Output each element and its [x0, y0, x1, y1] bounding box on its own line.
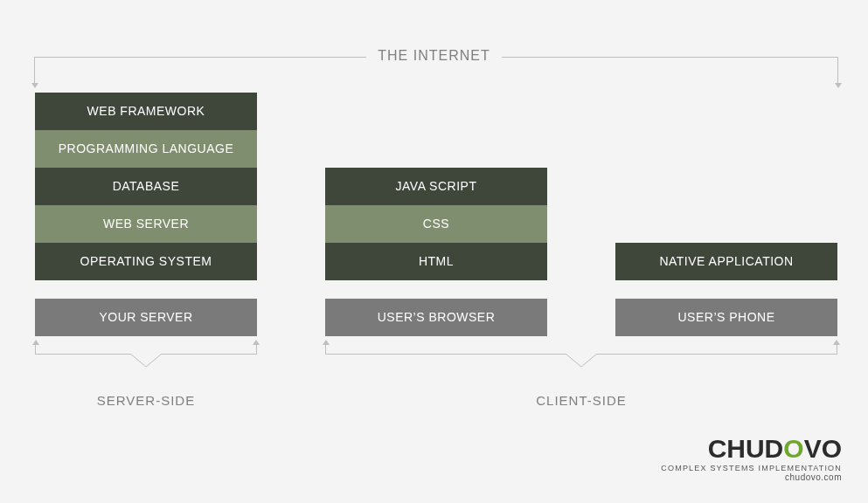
- base-your-server: YOUR SERVER: [35, 299, 257, 336]
- top-bracket-label: THE INTERNET: [0, 48, 868, 64]
- base-users-phone: USER’S PHONE: [615, 299, 837, 336]
- arrow-up-icon: [833, 340, 840, 345]
- client-side-label: CLIENT-SIDE: [325, 393, 837, 408]
- architecture-diagram: THE INTERNET WEB FRAMEWORK PROGRAMMING L…: [0, 0, 868, 503]
- layer-operating-system: OPERATING SYSTEM: [35, 243, 257, 280]
- layer-web-server: WEB SERVER: [35, 205, 257, 243]
- top-bracket-line-right: [502, 57, 838, 58]
- top-bracket-side-left: [34, 57, 35, 83]
- brand-site: chudovo.com: [661, 472, 842, 482]
- top-bracket-line-left: [34, 57, 366, 58]
- brand-pre: CHUD: [708, 434, 784, 463]
- layer-native-application: NATIVE APPLICATION: [615, 243, 837, 280]
- layer-database: DATABASE: [35, 168, 257, 205]
- server-side-label: SERVER-SIDE: [35, 393, 257, 408]
- brand-logo: CHUDOVO COMPLEX SYSTEMS IMPLEMENTATION c…: [661, 436, 842, 482]
- base-users-browser: USER’S BROWSER: [325, 299, 547, 336]
- client-side-bracket: [325, 345, 837, 362]
- arrow-up-icon: [323, 340, 330, 345]
- brand-accent: O: [783, 434, 803, 463]
- layer-css: CSS: [325, 205, 547, 243]
- arrow-down-icon: [31, 83, 38, 88]
- layer-html: HTML: [325, 243, 547, 280]
- brand-tagline: COMPLEX SYSTEMS IMPLEMENTATION: [661, 464, 842, 472]
- brand-name: CHUDOVO: [661, 436, 842, 462]
- server-side-bracket: [35, 345, 257, 362]
- layer-javascript: JAVA SCRIPT: [325, 168, 547, 205]
- top-bracket-side-right: [837, 57, 838, 83]
- bracket-notch-icon: [566, 354, 597, 369]
- arrow-up-icon: [32, 340, 39, 345]
- arrow-up-icon: [253, 340, 260, 345]
- arrow-down-icon: [835, 83, 842, 88]
- brand-post: VO: [804, 434, 842, 463]
- layer-programming-language: PROGRAMMING LANGUAGE: [35, 130, 257, 168]
- bracket-notch-icon: [130, 354, 162, 369]
- layer-web-framework: WEB FRAMEWORK: [35, 93, 257, 130]
